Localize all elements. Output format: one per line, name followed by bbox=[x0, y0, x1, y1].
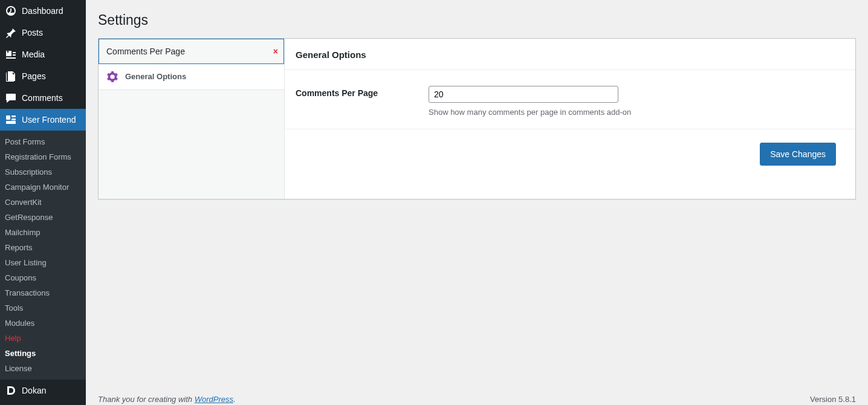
svg-rect-3 bbox=[6, 121, 16, 124]
sidebar-item-media[interactable]: Media bbox=[0, 44, 86, 65]
submenu-convertkit[interactable]: ConvertKit bbox=[0, 195, 86, 210]
settings-content: General Options Comments Per Page Show h… bbox=[285, 39, 855, 199]
sidebar-label: Posts bbox=[22, 28, 43, 37]
field-control: Show how many comments per page in comme… bbox=[429, 86, 844, 117]
submenu: Post Forms Registration Forms Subscripti… bbox=[0, 131, 86, 380]
media-icon bbox=[5, 48, 17, 60]
sidebar-item-pages[interactable]: Pages bbox=[0, 65, 86, 87]
submenu-subscriptions[interactable]: Subscriptions bbox=[0, 164, 86, 180]
sidebar-item-dokan[interactable]: Dokan bbox=[0, 380, 86, 401]
field-comments-per-page: Comments Per Page Show how many comments… bbox=[285, 70, 855, 129]
pin-icon bbox=[5, 27, 17, 39]
submenu-tools[interactable]: Tools bbox=[0, 300, 86, 316]
submenu-coupons[interactable]: Coupons bbox=[0, 270, 86, 285]
sidebar-label: User Frontend bbox=[22, 115, 76, 125]
section-heading: General Options bbox=[285, 39, 855, 70]
tab-label: General Options bbox=[125, 72, 186, 81]
footer-version: Version 5.8.1 bbox=[810, 395, 856, 404]
search-row: × bbox=[99, 39, 284, 64]
admin-footer: Thank you for creating with WordPress. V… bbox=[98, 395, 856, 404]
submenu-getresponse[interactable]: GetResponse bbox=[0, 210, 86, 225]
svg-rect-1 bbox=[11, 115, 16, 117]
field-label: Comments Per Page bbox=[296, 86, 404, 117]
sidebar-label: Pages bbox=[22, 71, 46, 81]
submenu-registration-forms[interactable]: Registration Forms bbox=[0, 149, 86, 164]
submenu-transactions[interactable]: Transactions bbox=[0, 285, 86, 300]
settings-panel: × General Options General Options Commen… bbox=[98, 38, 856, 199]
submenu-campaign-monitor[interactable]: Campaign Monitor bbox=[0, 180, 86, 195]
footer-thanks: Thank you for creating with WordPress. bbox=[98, 395, 236, 404]
sidebar-item-woocommerce[interactable]: WooCommerce bbox=[0, 401, 86, 405]
pages-icon bbox=[5, 70, 17, 82]
submenu-modules[interactable]: Modules bbox=[0, 316, 86, 331]
actions-row: Save Changes bbox=[285, 129, 855, 183]
comment-icon bbox=[5, 92, 17, 104]
main-content: Settings × General Options General Optio… bbox=[86, 0, 868, 405]
admin-sidebar: Dashboard Posts Media Pages Comments Use… bbox=[0, 0, 86, 405]
gear-icon bbox=[107, 71, 118, 82]
submenu-help[interactable]: Help bbox=[0, 331, 86, 346]
submenu-mailchimp[interactable]: Mailchimp bbox=[0, 225, 86, 240]
sidebar-label: Media bbox=[22, 50, 45, 59]
sidebar-item-dashboard[interactable]: Dashboard bbox=[0, 0, 86, 22]
sidebar-item-posts[interactable]: Posts bbox=[0, 22, 86, 44]
save-button[interactable]: Save Changes bbox=[760, 143, 836, 166]
user-frontend-icon bbox=[5, 114, 17, 126]
dokan-icon bbox=[5, 384, 17, 397]
footer-text: Thank you for creating with bbox=[98, 395, 195, 404]
search-input[interactable] bbox=[99, 39, 284, 64]
sidebar-item-user-frontend[interactable]: User Frontend bbox=[0, 109, 86, 131]
submenu-user-listing[interactable]: User Listing bbox=[0, 255, 86, 270]
submenu-post-forms[interactable]: Post Forms bbox=[0, 134, 86, 149]
field-description: Show how many comments per page in comme… bbox=[429, 108, 844, 117]
sidebar-item-comments[interactable]: Comments bbox=[0, 87, 86, 109]
tab-general-options[interactable]: General Options bbox=[99, 64, 284, 90]
settings-nav: × General Options bbox=[99, 39, 285, 199]
sidebar-label: Dashboard bbox=[22, 6, 63, 16]
dashboard-icon bbox=[5, 5, 17, 17]
nav-blank bbox=[99, 90, 284, 199]
svg-rect-2 bbox=[11, 118, 16, 120]
submenu-license[interactable]: License bbox=[0, 361, 86, 376]
submenu-settings[interactable]: Settings bbox=[0, 346, 86, 361]
page-title: Settings bbox=[98, 6, 856, 32]
sidebar-label: Dokan bbox=[22, 386, 46, 395]
clear-search-icon[interactable]: × bbox=[273, 47, 278, 56]
submenu-reports[interactable]: Reports bbox=[0, 240, 86, 255]
comments-per-page-input[interactable] bbox=[429, 86, 618, 103]
footer-dot: . bbox=[233, 395, 236, 404]
svg-rect-0 bbox=[6, 115, 10, 120]
sidebar-label: Comments bbox=[22, 93, 63, 103]
footer-link[interactable]: WordPress bbox=[195, 395, 233, 404]
